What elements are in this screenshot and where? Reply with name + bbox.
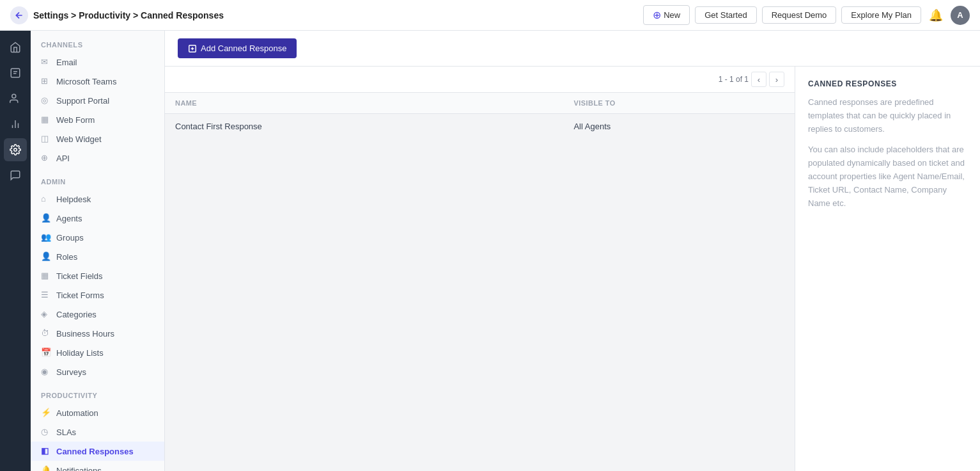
main-layout: Channels ✉ Email ⊞ Microsoft Teams ◎ Sup…: [0, 31, 980, 471]
canned-responses-table: NAME VISIBLE TO Contact First Response A…: [165, 93, 795, 140]
add-canned-icon: [188, 44, 197, 53]
sidebar-item-categories[interactable]: ◈ Categories: [31, 305, 164, 324]
sidebar-item-microsoft-teams[interactable]: ⊞ Microsoft Teams: [31, 72, 164, 91]
nav-sidebar: Channels ✉ Email ⊞ Microsoft Teams ◎ Sup…: [31, 31, 165, 471]
helpdesk-icon: ⌂: [41, 194, 51, 204]
breadcrumb: Settings > Productivity > Canned Respons…: [33, 10, 224, 20]
table-body: Contact First Response All Agents: [165, 114, 795, 140]
channels-section-title: Channels: [31, 31, 164, 52]
automation-icon: ⚡: [41, 408, 51, 418]
holiday-lists-icon: 📅: [41, 347, 51, 358]
sidebar-item-groups[interactable]: 👥 Groups: [31, 228, 164, 247]
surveys-icon: ◉: [41, 367, 51, 377]
widget-icon: ◫: [41, 134, 51, 144]
notifications-icon: 🔔: [41, 465, 51, 471]
right-panel-desc2: You can also include placeholders that a…: [808, 143, 967, 210]
icon-sidebar: [0, 31, 31, 471]
sidebar-item-notifications[interactable]: 🔔 Notifications: [31, 461, 164, 471]
pagination-next[interactable]: ›: [769, 72, 784, 87]
business-hours-icon: ⏱: [41, 328, 51, 339]
col-header-name: NAME: [165, 93, 563, 114]
sidebar-icon-contacts[interactable]: [4, 87, 27, 110]
ticket-fields-icon: ▦: [41, 271, 51, 281]
get-started-button[interactable]: Get Started: [695, 6, 756, 24]
add-canned-response-button[interactable]: Add Canned Response: [178, 38, 297, 58]
row-name: Contact First Response: [165, 114, 563, 140]
slas-icon: ◷: [41, 427, 51, 437]
content-header: Add Canned Response: [165, 31, 980, 67]
pagination-info: 1 - 1 of 1: [719, 75, 749, 84]
api-icon: ⊕: [41, 153, 51, 163]
sidebar-item-support-portal[interactable]: ◎ Support Portal: [31, 91, 164, 110]
sidebar-item-agents[interactable]: 👤 Agents: [31, 209, 164, 228]
sidebar-item-web-widget[interactable]: ◫ Web Widget: [31, 129, 164, 148]
right-panel-title: CANNED RESPONSES: [808, 79, 967, 88]
sidebar-item-automation[interactable]: ⚡ Automation: [31, 403, 164, 422]
sidebar-item-web-form[interactable]: ▦ Web Form: [31, 110, 164, 129]
sidebar-item-helpdesk[interactable]: ⌂ Helpdesk: [31, 189, 164, 209]
right-panel-body: Canned responses are predefined template…: [808, 96, 967, 210]
pagination-prev[interactable]: ‹: [751, 72, 766, 87]
plus-icon: ⊕: [653, 9, 661, 21]
right-panel: CANNED RESPONSES Canned responses are pr…: [795, 67, 980, 471]
row-visible-to: All Agents: [563, 114, 795, 140]
sidebar-item-slas[interactable]: ◷ SLAs: [31, 422, 164, 442]
topbar-right: ⊕ New Get Started Request Demo Explore M…: [643, 5, 970, 25]
teams-icon: ⊞: [41, 76, 51, 86]
form-icon: ▦: [41, 115, 51, 125]
table-main: 1 - 1 of 1 ‹ › NAME VISIBLE TO Contact F…: [165, 67, 795, 471]
canned-responses-icon: ◧: [41, 446, 51, 456]
svg-point-7: [14, 148, 17, 152]
topbar-left: Settings > Productivity > Canned Respons…: [10, 6, 224, 24]
sidebar-icon-home[interactable]: [4, 36, 27, 59]
sidebar-item-holiday-lists[interactable]: 📅 Holiday Lists: [31, 343, 164, 362]
col-header-visible-to: VISIBLE TO: [563, 93, 795, 114]
notification-bell-icon[interactable]: 🔔: [926, 6, 945, 25]
sidebar-item-ticket-forms[interactable]: ☰ Ticket Forms: [31, 285, 164, 305]
back-button[interactable]: [10, 6, 28, 24]
portal-icon: ◎: [41, 95, 51, 106]
sidebar-item-surveys[interactable]: ◉ Surveys: [31, 362, 164, 381]
sidebar-item-business-hours[interactable]: ⏱ Business Hours: [31, 324, 164, 343]
sidebar-item-roles[interactable]: 👤 Roles: [31, 247, 164, 266]
sidebar-item-email[interactable]: ✉ Email: [31, 52, 164, 72]
sidebar-item-canned-responses[interactable]: ◧ Canned Responses: [31, 442, 164, 461]
table-row[interactable]: Contact First Response All Agents: [165, 114, 795, 140]
sidebar-icon-tickets[interactable]: [4, 61, 27, 84]
roles-icon: 👤: [41, 251, 51, 262]
sidebar-icon-chat[interactable]: [4, 164, 27, 187]
ticket-forms-icon: ☰: [41, 290, 51, 300]
sidebar-item-ticket-fields[interactable]: ▦ Ticket Fields: [31, 266, 164, 285]
topbar: Settings > Productivity > Canned Respons…: [0, 0, 980, 31]
categories-icon: ◈: [41, 309, 51, 319]
sidebar-icon-reports[interactable]: [4, 113, 27, 136]
content-area: Add Canned Response 1 - 1 of 1 ‹ › NAME …: [165, 31, 980, 471]
agents-icon: 👤: [41, 213, 51, 223]
table-header: NAME VISIBLE TO: [165, 93, 795, 114]
table-section: 1 - 1 of 1 ‹ › NAME VISIBLE TO Contact F…: [165, 67, 980, 471]
email-icon: ✉: [41, 57, 51, 67]
pagination-bar: 1 - 1 of 1 ‹ ›: [165, 67, 795, 93]
productivity-section-title: Productivity: [31, 381, 164, 403]
sidebar-item-api[interactable]: ⊕ API: [31, 148, 164, 168]
new-button[interactable]: ⊕ New: [643, 5, 690, 25]
sidebar-icon-settings[interactable]: [4, 138, 27, 161]
avatar[interactable]: A: [951, 6, 970, 25]
right-panel-desc1: Canned responses are predefined template…: [808, 96, 967, 136]
explore-plan-button[interactable]: Explore My Plan: [841, 6, 921, 24]
groups-icon: 👥: [41, 232, 51, 243]
svg-point-3: [12, 94, 16, 98]
request-demo-button[interactable]: Request Demo: [762, 6, 837, 24]
admin-section-title: Admin: [31, 168, 164, 189]
